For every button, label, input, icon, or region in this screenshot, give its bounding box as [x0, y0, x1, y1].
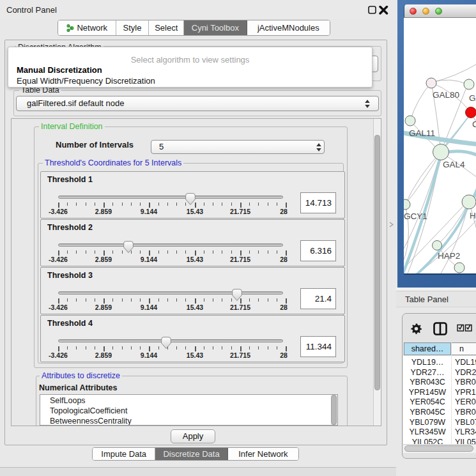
svg-text:GA: GA [469, 93, 476, 103]
svg-text:GAL11: GAL11 [409, 128, 435, 138]
svg-text:HAP2: HAP2 [438, 251, 460, 261]
svg-text:C: C [472, 119, 476, 129]
svg-text:GAL4: GAL4 [443, 160, 465, 169]
svg-text:GAL80: GAL80 [433, 90, 459, 100]
svg-text:GCY1: GCY1 [404, 211, 427, 221]
svg-text:H: H [470, 211, 476, 220]
